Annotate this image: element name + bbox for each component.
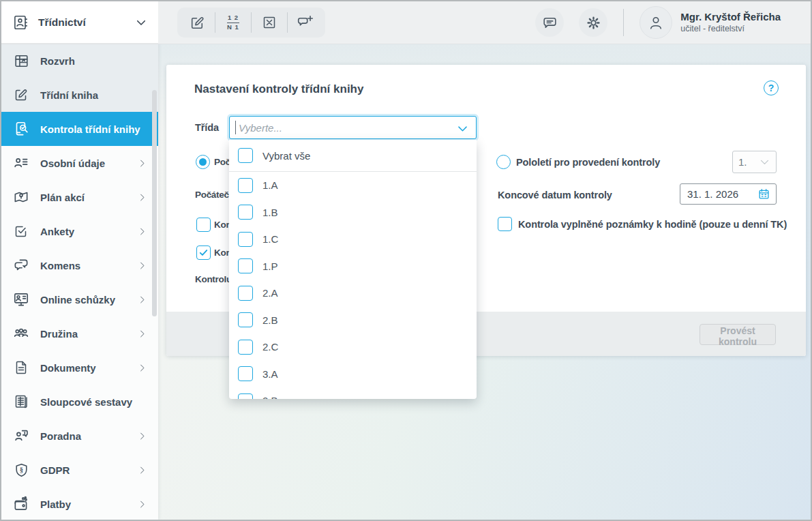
gear-icon [585, 14, 602, 31]
contact-book-icon [12, 14, 29, 31]
divider [287, 12, 288, 33]
sidebar-header-tridnictvi[interactable]: Třídnictví [1, 1, 158, 44]
end-date-input[interactable]: 31. 1. 2026 [680, 183, 777, 205]
left-checkbox-2-checked[interactable] [196, 245, 211, 260]
class-option-checkbox[interactable] [238, 286, 253, 301]
class-option[interactable]: 3.B [229, 387, 477, 399]
person-icon [646, 13, 665, 32]
class-option-checkbox[interactable] [238, 232, 253, 247]
sidebar-item-druzina[interactable]: Družina [1, 316, 158, 351]
class-option[interactable]: 1.C [229, 226, 477, 253]
sidebar-item-dokumenty[interactable]: Dokumenty [1, 351, 158, 385]
edit-book-icon [12, 87, 31, 103]
class-option-checkbox[interactable] [238, 366, 253, 381]
map-pin-icon [12, 188, 31, 206]
class-option[interactable]: 2.C [229, 333, 477, 361]
chat-lines-icon [541, 14, 558, 31]
user-name: Mgr. Kryštof Řeřicha [680, 11, 781, 24]
class-option-checkbox[interactable] [238, 205, 253, 220]
absence-button[interactable] [255, 9, 284, 36]
semester-label: Pololetí pro provedení kontroly [516, 157, 660, 168]
select-all-option[interactable]: Vybrat vše [229, 140, 477, 172]
sidebar-item-label: GDPR [40, 464, 70, 476]
chevron-right-icon [137, 363, 147, 373]
divider [215, 12, 215, 33]
sidebar-item-tridni-kniha[interactable]: Třídní kniha [1, 78, 158, 112]
sidebar-item-label: Kontrola třídní knihy [40, 123, 140, 135]
sidebar-item-kontrola-tridni-knihy[interactable]: Kontrola třídní knihy [1, 112, 158, 146]
question-mark-icon: ? [768, 83, 775, 93]
chevron-right-icon [137, 260, 147, 271]
sidebar-header-label: Třídnictví [38, 16, 86, 29]
topbar-right: Mgr. Kryštof Řeřicha učitel - ředitelstv… [535, 6, 781, 39]
run-check-button[interactable]: Provést kontrolu [700, 324, 776, 345]
settings-button[interactable] [579, 8, 607, 37]
sidebar-item-label: Rozvrh [40, 55, 75, 67]
sidebar-item-osobni-udaje[interactable]: Osobní údaje [1, 146, 158, 180]
class-option-checkbox[interactable] [238, 178, 253, 193]
sidebar-item-ankety[interactable]: Ankety [1, 214, 158, 248]
semester-radio[interactable] [496, 155, 511, 169]
sidebar-item-rozvrh[interactable]: Rozvrh [1, 44, 158, 78]
topbar-main: 1 2 N 1 [158, 1, 811, 44]
document-icon [12, 359, 31, 376]
notes-checkbox-label: Kontrola vyplněné poznámky k hodině (pou… [518, 219, 787, 230]
class-option[interactable]: 3.A [229, 361, 477, 388]
chat-plus-icon [297, 14, 314, 31]
class-option-checkbox[interactable] [238, 340, 253, 355]
sidebar-scrollbar[interactable] [152, 48, 157, 520]
semester-select[interactable]: 1. [732, 151, 777, 173]
chevron-down-icon[interactable] [456, 122, 469, 135]
chevron-right-icon [137, 499, 147, 509]
end-date-value: 31. 1. 2026 [687, 188, 738, 200]
sidebar-item-poradna[interactable]: Poradna [1, 419, 158, 453]
sidebar-nav: Rozvrh Třídní kniha [1, 44, 158, 520]
class-option-checkbox[interactable] [238, 312, 253, 327]
class-option[interactable]: 1.P [229, 253, 477, 280]
scrollbar-thumb[interactable] [152, 90, 157, 316]
chevron-right-icon [137, 431, 147, 441]
sidebar-item-platby[interactable]: Platby [1, 487, 158, 521]
class-book-entry-button[interactable] [183, 9, 211, 36]
class-option-checkbox[interactable] [238, 393, 253, 399]
class-option[interactable]: 1.B [229, 199, 477, 226]
page-title: Nastavení kontroly třídní knihy [194, 83, 363, 96]
start-date-radio[interactable] [196, 155, 210, 169]
class-option-checkbox[interactable] [238, 258, 253, 273]
sidebar-item-komens[interactable]: Komens [1, 248, 158, 282]
column-report-icon [12, 393, 31, 410]
sidebar-item-plan-akci[interactable]: Plán akcí [1, 180, 158, 214]
sidebar-item-label: Poradna [40, 430, 81, 442]
help-button[interactable]: ? [764, 80, 779, 95]
main-content: Nastavení kontroly třídní knihy ? Třída … [158, 44, 811, 520]
sidebar-item-label: Třídní kniha [40, 89, 98, 101]
shield-paragraph-icon: § [12, 462, 31, 479]
sidebar-item-sloupcove-sestavy[interactable]: Sloupcové sestavy [1, 385, 158, 419]
class-option[interactable]: 2.A [229, 280, 477, 307]
user-avatar[interactable] [640, 6, 672, 39]
checkbox-check-icon [12, 223, 31, 239]
chevron-right-icon [137, 329, 147, 339]
class-option[interactable]: 1.A [229, 172, 477, 199]
select-all-label: Vybrat vše [262, 150, 310, 162]
chat-bubbles-icon [12, 256, 31, 274]
sidebar-item-gdpr[interactable]: § GDPR [1, 453, 158, 487]
class-option[interactable]: 2.B [229, 307, 477, 334]
top-bar: Třídnictví 1 2 [1, 1, 811, 44]
sidebar-item-label: Platby [40, 498, 71, 510]
control-label: Kontrolu [195, 274, 232, 284]
text-cursor [235, 121, 236, 134]
chevron-right-icon [137, 295, 147, 305]
messages-button[interactable] [535, 8, 564, 37]
select-all-checkbox[interactable] [238, 148, 253, 163]
grades-button[interactable]: 1 2 N 1 [219, 9, 247, 36]
left-checkbox-1[interactable] [196, 218, 211, 232]
person-list-icon [12, 154, 31, 172]
class-select-input[interactable]: Vyberte... [229, 116, 477, 139]
sidebar-item-online-schuzky[interactable]: Online schůzky [1, 282, 158, 316]
sidebar-item-label: Družina [40, 328, 78, 340]
sidebar-item-label: Online schůzky [40, 294, 115, 306]
new-message-button[interactable] [291, 9, 320, 36]
calendar-icon[interactable] [757, 188, 770, 200]
notes-checkbox[interactable] [498, 217, 512, 231]
